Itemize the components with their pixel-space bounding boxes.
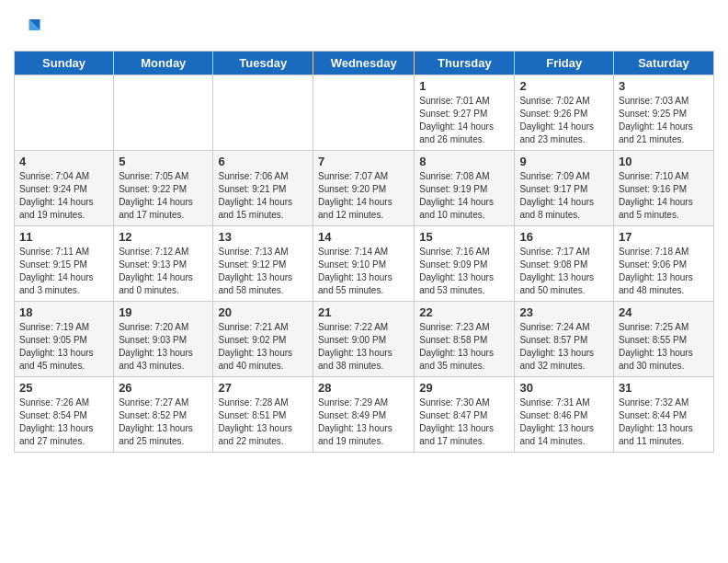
day-number: 15 xyxy=(419,230,509,244)
day-info: Sunrise: 7:30 AM Sunset: 8:47 PM Dayligh… xyxy=(419,396,509,448)
day-info: Sunrise: 7:06 AM Sunset: 9:21 PM Dayligh… xyxy=(218,170,308,222)
day-info: Sunrise: 7:02 AM Sunset: 9:26 PM Dayligh… xyxy=(519,95,609,146)
day-number: 25 xyxy=(19,381,108,395)
day-number: 2 xyxy=(519,79,609,93)
calendar-cell: 16Sunrise: 7:17 AM Sunset: 9:08 PM Dayli… xyxy=(515,226,614,302)
day-number: 27 xyxy=(218,381,308,395)
day-number: 13 xyxy=(218,230,308,244)
calendar-cell: 19Sunrise: 7:20 AM Sunset: 9:03 PM Dayli… xyxy=(114,302,213,377)
calendar-cell: 4Sunrise: 7:04 AM Sunset: 9:24 PM Daylig… xyxy=(15,151,114,226)
day-header-monday: Monday xyxy=(114,52,213,75)
day-number: 26 xyxy=(119,381,208,395)
day-info: Sunrise: 7:18 AM Sunset: 9:06 PM Dayligh… xyxy=(619,246,709,297)
calendar-cell: 1Sunrise: 7:01 AM Sunset: 9:27 PM Daylig… xyxy=(415,75,515,151)
day-number: 3 xyxy=(619,79,709,93)
calendar-cell: 30Sunrise: 7:31 AM Sunset: 8:46 PM Dayli… xyxy=(515,377,614,453)
calendar-header: SundayMondayTuesdayWednesdayThursdayFrid… xyxy=(15,52,714,75)
day-info: Sunrise: 7:07 AM Sunset: 9:20 PM Dayligh… xyxy=(318,170,409,222)
calendar-cell: 7Sunrise: 7:07 AM Sunset: 9:20 PM Daylig… xyxy=(313,151,415,226)
calendar-cell: 12Sunrise: 7:12 AM Sunset: 9:13 PM Dayli… xyxy=(114,226,213,302)
day-info: Sunrise: 7:09 AM Sunset: 9:17 PM Dayligh… xyxy=(519,170,609,222)
day-number: 28 xyxy=(318,381,409,395)
day-number: 16 xyxy=(519,230,609,244)
calendar-cell: 28Sunrise: 7:29 AM Sunset: 8:49 PM Dayli… xyxy=(313,377,415,453)
calendar-cell: 13Sunrise: 7:13 AM Sunset: 9:12 PM Dayli… xyxy=(213,226,313,302)
day-info: Sunrise: 7:23 AM Sunset: 8:58 PM Dayligh… xyxy=(419,321,509,373)
calendar-cell: 20Sunrise: 7:21 AM Sunset: 9:02 PM Dayli… xyxy=(213,302,313,377)
day-number: 18 xyxy=(19,305,108,319)
day-number: 30 xyxy=(519,381,609,395)
day-header-wednesday: Wednesday xyxy=(313,52,415,75)
week-row-1: 4Sunrise: 7:04 AM Sunset: 9:24 PM Daylig… xyxy=(15,151,714,226)
day-number: 24 xyxy=(619,305,709,319)
calendar-cell: 14Sunrise: 7:14 AM Sunset: 9:10 PM Dayli… xyxy=(313,226,415,302)
day-info: Sunrise: 7:25 AM Sunset: 8:55 PM Dayligh… xyxy=(619,321,709,373)
day-number: 29 xyxy=(419,381,509,395)
day-info: Sunrise: 7:03 AM Sunset: 9:25 PM Dayligh… xyxy=(619,95,709,146)
calendar-cell: 31Sunrise: 7:32 AM Sunset: 8:44 PM Dayli… xyxy=(614,377,714,453)
calendar-cell: 5Sunrise: 7:05 AM Sunset: 9:22 PM Daylig… xyxy=(114,151,213,226)
logo xyxy=(14,14,43,41)
calendar-cell xyxy=(114,75,213,151)
day-info: Sunrise: 7:04 AM Sunset: 9:24 PM Dayligh… xyxy=(19,170,108,222)
day-number: 10 xyxy=(619,155,709,168)
day-info: Sunrise: 7:05 AM Sunset: 9:22 PM Dayligh… xyxy=(119,170,208,222)
day-info: Sunrise: 7:01 AM Sunset: 9:27 PM Dayligh… xyxy=(419,95,509,146)
day-number: 14 xyxy=(318,230,409,244)
day-header-saturday: Saturday xyxy=(614,52,714,75)
calendar-cell: 25Sunrise: 7:26 AM Sunset: 8:54 PM Dayli… xyxy=(15,377,114,453)
calendar-cell: 11Sunrise: 7:11 AM Sunset: 9:15 PM Dayli… xyxy=(15,226,114,302)
day-number: 12 xyxy=(119,230,208,244)
calendar-cell: 23Sunrise: 7:24 AM Sunset: 8:57 PM Dayli… xyxy=(515,302,614,377)
calendar-cell: 29Sunrise: 7:30 AM Sunset: 8:47 PM Dayli… xyxy=(415,377,515,453)
day-number: 23 xyxy=(519,305,609,319)
page: SundayMondayTuesdayWednesdayThursdayFrid… xyxy=(0,0,728,563)
day-number: 6 xyxy=(218,155,308,168)
day-info: Sunrise: 7:13 AM Sunset: 9:12 PM Dayligh… xyxy=(218,246,308,297)
day-number: 17 xyxy=(619,230,709,244)
day-info: Sunrise: 7:22 AM Sunset: 9:00 PM Dayligh… xyxy=(318,321,409,373)
calendar-cell: 8Sunrise: 7:08 AM Sunset: 9:19 PM Daylig… xyxy=(415,151,515,226)
day-info: Sunrise: 7:08 AM Sunset: 9:19 PM Dayligh… xyxy=(419,170,509,222)
day-info: Sunrise: 7:24 AM Sunset: 8:57 PM Dayligh… xyxy=(519,321,609,373)
calendar-table: SundayMondayTuesdayWednesdayThursdayFrid… xyxy=(14,51,714,453)
day-number: 1 xyxy=(419,79,509,93)
week-row-2: 11Sunrise: 7:11 AM Sunset: 9:15 PM Dayli… xyxy=(15,226,714,302)
day-info: Sunrise: 7:17 AM Sunset: 9:08 PM Dayligh… xyxy=(519,246,609,297)
day-number: 8 xyxy=(419,155,509,168)
day-number: 9 xyxy=(519,155,609,168)
day-info: Sunrise: 7:11 AM Sunset: 9:15 PM Dayligh… xyxy=(19,246,108,297)
calendar-cell xyxy=(313,75,415,151)
calendar-cell: 6Sunrise: 7:06 AM Sunset: 9:21 PM Daylig… xyxy=(213,151,313,226)
calendar-cell: 3Sunrise: 7:03 AM Sunset: 9:25 PM Daylig… xyxy=(614,75,714,151)
day-info: Sunrise: 7:29 AM Sunset: 8:49 PM Dayligh… xyxy=(318,396,409,448)
day-info: Sunrise: 7:28 AM Sunset: 8:51 PM Dayligh… xyxy=(218,396,308,448)
day-number: 19 xyxy=(119,305,208,319)
day-header-sunday: Sunday xyxy=(15,52,114,75)
day-number: 7 xyxy=(318,155,409,168)
day-info: Sunrise: 7:19 AM Sunset: 9:05 PM Dayligh… xyxy=(19,321,108,373)
day-info: Sunrise: 7:27 AM Sunset: 8:52 PM Dayligh… xyxy=(119,396,208,448)
day-number: 4 xyxy=(19,155,108,168)
calendar-cell: 9Sunrise: 7:09 AM Sunset: 9:17 PM Daylig… xyxy=(515,151,614,226)
day-number: 11 xyxy=(19,230,108,244)
header xyxy=(14,14,714,41)
day-info: Sunrise: 7:12 AM Sunset: 9:13 PM Dayligh… xyxy=(119,246,208,297)
day-info: Sunrise: 7:14 AM Sunset: 9:10 PM Dayligh… xyxy=(318,246,409,297)
week-row-0: 1Sunrise: 7:01 AM Sunset: 9:27 PM Daylig… xyxy=(15,75,714,151)
day-info: Sunrise: 7:32 AM Sunset: 8:44 PM Dayligh… xyxy=(619,396,709,448)
day-header-thursday: Thursday xyxy=(415,52,515,75)
logo-icon xyxy=(14,14,41,41)
day-header-friday: Friday xyxy=(515,52,614,75)
day-info: Sunrise: 7:16 AM Sunset: 9:09 PM Dayligh… xyxy=(419,246,509,297)
day-info: Sunrise: 7:31 AM Sunset: 8:46 PM Dayligh… xyxy=(519,396,609,448)
day-number: 31 xyxy=(619,381,709,395)
calendar-cell: 26Sunrise: 7:27 AM Sunset: 8:52 PM Dayli… xyxy=(114,377,213,453)
calendar-cell xyxy=(15,75,114,151)
day-info: Sunrise: 7:21 AM Sunset: 9:02 PM Dayligh… xyxy=(218,321,308,373)
day-header-tuesday: Tuesday xyxy=(213,52,313,75)
day-info: Sunrise: 7:10 AM Sunset: 9:16 PM Dayligh… xyxy=(619,170,709,222)
calendar-cell: 22Sunrise: 7:23 AM Sunset: 8:58 PM Dayli… xyxy=(415,302,515,377)
week-row-3: 18Sunrise: 7:19 AM Sunset: 9:05 PM Dayli… xyxy=(15,302,714,377)
calendar-cell: 10Sunrise: 7:10 AM Sunset: 9:16 PM Dayli… xyxy=(614,151,714,226)
